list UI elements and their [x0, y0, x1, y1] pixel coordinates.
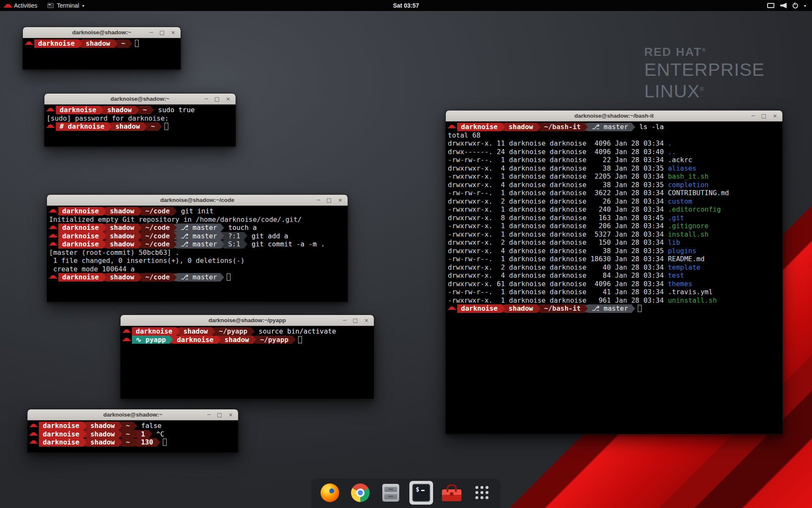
close-button[interactable]: ×: [338, 195, 343, 206]
user-segment: darknoise: [39, 430, 83, 439]
path-segment: ~: [122, 430, 134, 439]
powerline-separator: [103, 240, 106, 248]
maximize-button[interactable]: □: [214, 94, 219, 105]
terminal-line: drwxrwxr-x. 4 darknoise darknoise 38 Jan…: [448, 164, 782, 173]
dock-item-terminal[interactable]: $: [409, 481, 433, 505]
host-segment: shadow: [112, 122, 144, 131]
powerline-separator: [114, 40, 118, 47]
dock-item-chrome[interactable]: [348, 481, 372, 505]
powerline-separator: [79, 40, 82, 47]
powerline-separator: [221, 232, 224, 240]
window-titlebar[interactable]: darknoise@shadow:~─□×: [44, 94, 236, 105]
prompt-glyph: $: [416, 486, 419, 493]
terminal-line: drwxrwxr-x. 4 darknoise darknoise 38 Jan…: [448, 181, 782, 189]
file-name: aliases: [668, 164, 696, 172]
close-button[interactable]: ×: [228, 409, 233, 420]
user-segment: # darknoise: [56, 122, 108, 131]
close-button[interactable]: ×: [773, 110, 777, 121]
file-name: .editorconfig: [668, 205, 721, 213]
maximize-button[interactable]: □: [159, 27, 165, 38]
close-button[interactable]: ×: [171, 27, 176, 38]
output-text: CONTRIBUTING.md: [668, 189, 729, 197]
host-segment: shadow: [505, 123, 537, 131]
dock-item-toolbox[interactable]: [440, 481, 464, 505]
path-segment: ~: [118, 39, 129, 48]
redhat-prompt-icon: [31, 440, 36, 443]
terminal-line: drwxrwxr-x. 2 darknoise darknoise 26 Jan…: [448, 197, 782, 206]
minimize-button[interactable]: ─: [150, 27, 153, 38]
minimize-button[interactable]: ─: [205, 94, 208, 105]
powerline-separator: [173, 224, 177, 232]
window-titlebar[interactable]: darknoise@shadow:~─□×: [23, 27, 181, 38]
minimize-button[interactable]: ─: [343, 315, 346, 326]
window-titlebar[interactable]: darknoise@shadow:~/pyapp─□×: [121, 315, 374, 326]
window-titlebar[interactable]: darknoise@shadow:~─□×: [27, 409, 238, 420]
output-text: -rwxrwxr-x. 1 darknoise darknoise 2205 J…: [448, 172, 668, 180]
file-name: test: [668, 271, 684, 279]
app-menu-label: Terminal: [57, 2, 79, 9]
host-segment: shadow: [104, 106, 136, 114]
host-segment: shadow: [180, 327, 212, 336]
window-titlebar[interactable]: darknoise@shadow:~/bash-it─□×: [446, 110, 782, 121]
window-controls: ─□×: [343, 315, 374, 326]
host-segment: shadow: [87, 422, 119, 430]
terminal-icon: $: [412, 484, 430, 502]
terminal-line: darknoiseshadow~1 ^C: [30, 430, 238, 439]
activities-button[interactable]: Activities: [0, 0, 42, 11]
close-button[interactable]: ×: [364, 315, 369, 326]
file-name: ..: [668, 148, 676, 156]
host-segment: shadow: [106, 240, 138, 248]
output-text: drwxrwxr-x. 11 darknoise darknoise 4096 …: [448, 139, 668, 147]
minimize-button[interactable]: ─: [752, 110, 755, 121]
terminal-body[interactable]: darknoiseshadow~ sudo true[sudo] passwor…: [44, 105, 236, 146]
dock-item-firefox[interactable]: [318, 481, 342, 505]
window-title: darknoise@shadow:~/code: [47, 197, 348, 203]
firefox-icon: [321, 483, 339, 502]
git-segment: ⎇ master: [588, 304, 632, 313]
dock-item-app-grid[interactable]: [470, 481, 494, 505]
powerline-separator: [100, 106, 104, 114]
powerline-separator: [173, 232, 177, 240]
terminal-line: Initialized empty Git repository in /hom…: [49, 215, 348, 224]
maximize-button[interactable]: □: [353, 315, 358, 326]
minimize-button[interactable]: ─: [317, 195, 320, 206]
terminal-body[interactable]: darknoiseshadow~/bash-it⎇ master ls -lat…: [446, 121, 782, 434]
terminal-body[interactable]: darknoiseshadow~/pyapp source bin/activa…: [121, 326, 374, 399]
terminal-body[interactable]: darknoiseshadow~ falsedarknoiseshadow~1 …: [27, 420, 238, 453]
clock[interactable]: Sat 03:57: [0, 2, 812, 9]
user-segment: darknoise: [132, 327, 176, 336]
close-button[interactable]: ×: [226, 94, 230, 105]
user-segment: darknoise: [56, 106, 100, 114]
path-segment: ~/bash-it: [540, 123, 585, 131]
powerline-separator: [129, 40, 132, 47]
powerline-separator: [221, 273, 224, 281]
top-bar: Activities Terminal ▾ Sat 03:57 ▾: [0, 0, 812, 11]
powerline-separator: [292, 336, 296, 343]
output-text: -rw-rw-r--. 1 darknoise darknoise 3622 J…: [448, 189, 668, 197]
redhat-prompt-icon: [124, 338, 129, 340]
powerline-separator: [632, 305, 635, 312]
terminal-body[interactable]: darknoiseshadow~/code git initInitialize…: [47, 206, 348, 302]
output-text: drwxrwxr-x. 61 darknoise darknoise 4096 …: [448, 280, 668, 288]
terminal-line: drwxrwxr-x. 61 darknoise darknoise 4096 …: [448, 280, 782, 288]
maximize-button[interactable]: □: [761, 110, 766, 121]
maximize-button[interactable]: □: [217, 409, 222, 420]
user-segment: darknoise: [58, 273, 103, 282]
system-status-area[interactable]: ▾: [761, 0, 812, 11]
redhat-prompt-icon: [50, 209, 56, 212]
dock-item-files[interactable]: [379, 481, 403, 505]
minimize-button[interactable]: ─: [207, 409, 211, 420]
activities-label: Activities: [14, 2, 37, 9]
powerline-separator: [103, 207, 106, 215]
app-menu-terminal[interactable]: Terminal ▾: [42, 0, 89, 11]
window-titlebar[interactable]: darknoise@shadow:~/code─□×: [47, 195, 348, 206]
terminal-body[interactable]: darknoiseshadow~: [23, 38, 181, 69]
host-segment: shadow: [82, 39, 114, 48]
command-text: ls -la: [635, 123, 664, 131]
maximize-button[interactable]: □: [326, 195, 332, 206]
path-segment: ~: [122, 438, 134, 447]
exit-segment: 130: [137, 438, 157, 447]
terminal-line: total 68: [448, 131, 782, 140]
powerline-separator: [253, 336, 256, 343]
terminal-app-icon: [47, 3, 54, 8]
